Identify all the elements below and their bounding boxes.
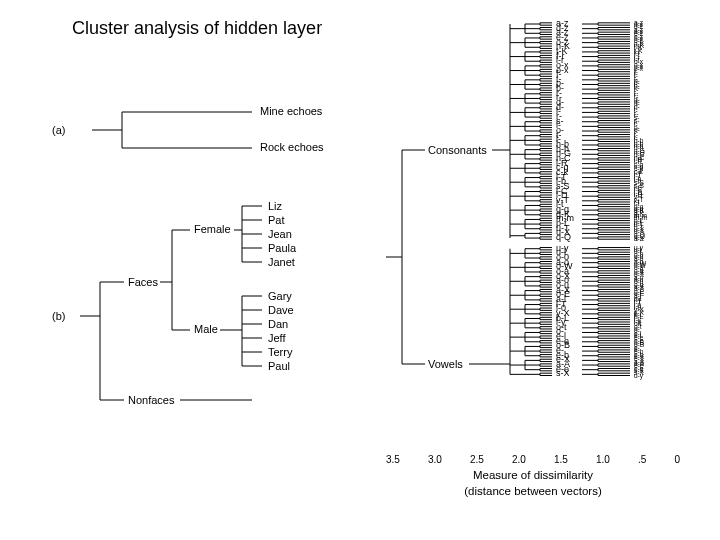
leaf-r2-46: a-z [634,235,644,242]
tick: 0 [674,454,680,465]
dendrogram-faces: (b) Faces Nonfaces Female Male Liz Pat J… [52,200,362,420]
node-male: Male [194,323,218,335]
leaf-pat: Pat [268,214,285,226]
page-title: Cluster analysis of hidden layer [72,18,322,39]
leaf-terry: Terry [268,346,293,358]
tick: 1.0 [596,454,610,465]
tick: 2.0 [512,454,526,465]
tick: 3.5 [386,454,400,465]
node-vowels: Vowels [428,358,463,370]
leaf-gary: Gary [268,290,292,302]
tick: 3.0 [428,454,442,465]
leaf-dave: Dave [268,304,294,316]
leaf-jeff: Jeff [268,332,286,344]
leaf-liz: Liz [268,200,283,212]
node-consonants: Consonants [428,144,487,156]
tick: 2.5 [470,454,484,465]
leaf-dan: Dan [268,318,288,330]
node-female: Female [194,223,231,235]
leaf-r2-27: u-y [634,372,644,380]
node-nonfaces: Nonfaces [128,394,175,406]
leaf-paul: Paul [268,360,290,372]
dendrogram-mine-rock: (a) Mine echoes Rock echoes [52,100,352,160]
leaf-rock-echoes: Rock echoes [260,141,324,153]
axis-label-2: (distance between vectors) [386,485,680,497]
panel-tag-a: (a) [52,124,65,136]
leaf-mid-q-Q-46: q-Q [556,232,571,242]
tick: .5 [638,454,646,465]
tick: 1.5 [554,454,568,465]
dissimilarity-axis: 3.5 3.0 2.5 2.0 1.5 1.0 .5 0 Measure of … [386,454,680,504]
node-faces: Faces [128,276,158,288]
leaf-jean: Jean [268,228,292,240]
leaf-paula: Paula [268,242,297,254]
dendrogram-phonemes: Consonants Vowels a-za-zd-zd-zd-za-za-za… [380,20,680,453]
leaf-janet: Janet [268,256,295,268]
axis-label-1: Measure of dissimilarity [386,469,680,481]
axis-ticks: 3.5 3.0 2.5 2.0 1.5 1.0 .5 0 [386,454,680,465]
leaf-mine-echoes: Mine echoes [260,105,323,117]
panel-tag-b: (b) [52,310,65,322]
leaf-mid-s-X-27: s-X [556,368,570,378]
